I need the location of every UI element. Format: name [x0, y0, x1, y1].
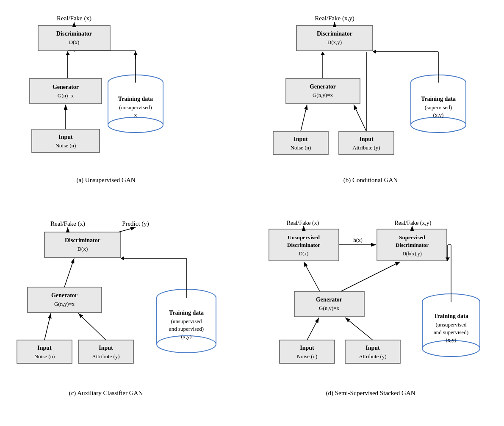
b-input-attr-title: Input	[359, 136, 374, 142]
c-output-real-label: Real/Fake (x)	[50, 220, 85, 227]
d-input-noise-box	[280, 340, 335, 363]
b-training-sub1: (supervised)	[425, 104, 452, 111]
diagram-b: Real/Fake (x,y) Discriminator D(x,y) Gen…	[256, 4, 504, 213]
c-input-noise-box	[17, 340, 72, 363]
a-output-label: Real/Fake (x)	[57, 15, 91, 22]
b-caption: (b) Conditional GAN	[343, 177, 398, 184]
d-supdisc-title1: Supervised	[399, 234, 425, 241]
c-arrow-noise-gen	[44, 313, 51, 340]
b-generator-title: Generator	[310, 83, 336, 90]
a-input-sub: Noise (n)	[55, 142, 76, 149]
b-cyl-bottom	[411, 117, 466, 133]
d-supdisc-title2: Discriminator	[396, 242, 429, 248]
b-input-attr-box	[339, 131, 394, 155]
c-arrow-gen-disc	[64, 258, 74, 287]
b-input-noise-title: Input	[294, 136, 308, 142]
c-input-attr-box	[78, 340, 133, 363]
b-output-label: Real/Fake (x,y)	[315, 15, 354, 22]
d-input-attr-sub: Attribute (y)	[359, 353, 386, 360]
d-generator-title: Generator	[316, 296, 342, 303]
d-supdisc-sub: D(h(x),y)	[402, 251, 422, 257]
a-cyl-bottom	[108, 117, 163, 133]
a-discriminator-box	[38, 25, 110, 51]
b-input-noise-sub: Noise (n)	[291, 144, 311, 151]
d-undisc-sub: D(x)	[299, 251, 309, 257]
diagram-d: Real/Fake (x) Real/Fake (x,y) Unsupervis…	[256, 213, 504, 422]
b-arrowhead-gen-disc	[321, 52, 325, 55]
c-arrow-train-disc	[121, 256, 124, 260]
b-input-attr-sub: Attribute (y)	[352, 144, 380, 151]
d-undisc-title1: Unsupervised	[288, 234, 320, 241]
b-input-noise-box	[273, 131, 328, 155]
d-input-noise-sub: Noise (n)	[297, 353, 318, 360]
main-container: Real/Fake (x) Discriminator D(x)	[0, 0, 504, 426]
d-generator-sub: G(n,y)=x	[319, 305, 340, 311]
diagram-d-svg: Real/Fake (x) Real/Fake (x,y) Unsupervis…	[256, 213, 504, 408]
a-arrow-train-disc	[133, 52, 138, 55]
b-arrow-train-disc	[373, 50, 376, 54]
d-arrow-gen-supdisc	[341, 262, 400, 291]
b-arrow-noise-gen	[301, 105, 307, 131]
b-generator-sub: G(n,y)=x	[313, 92, 333, 98]
a-generator-sub: G(n)=x	[58, 92, 74, 99]
b-arrow-attr-gen	[354, 105, 366, 131]
c-training-sub1: (unsupervised	[171, 318, 202, 324]
d-output-sup-label: Real/Fake (x,y)	[394, 220, 431, 227]
a-input-title: Input	[58, 134, 73, 140]
b-discriminator-box	[296, 25, 373, 51]
a-training-title: Training data	[118, 96, 153, 102]
c-generator-sub: G(n,y)=x	[54, 301, 75, 307]
c-generator-title: Generator	[51, 292, 78, 299]
d-training-sub3: (x,y)	[446, 337, 457, 343]
c-output-predict-label: Predict (y)	[122, 220, 149, 227]
a-caption: (a) Unsupervised GAN	[76, 177, 135, 184]
d-input-attr-title: Input	[366, 345, 380, 351]
d-training-title: Training data	[434, 313, 468, 319]
c-arrow-attr-gen	[78, 313, 106, 340]
d-hx-label: h(x)	[353, 237, 363, 243]
a-generator-title: Generator	[53, 84, 79, 90]
a-arrowhead-gen-disc	[66, 52, 70, 55]
c-generator-box	[28, 287, 102, 313]
diagram-c-svg: Real/Fake (x) Predict (y) Discriminator …	[4, 213, 256, 408]
d-undisc-title2: Discriminator	[287, 242, 320, 248]
d-training-sub1: (unsupervised	[436, 321, 467, 328]
b-discriminator-title: Discriminator	[317, 30, 352, 37]
diagram-a: Real/Fake (x) Discriminator D(x)	[4, 4, 256, 213]
d-arrow-noise-gen	[307, 318, 319, 340]
diagram-c: Real/Fake (x) Predict (y) Discriminator …	[4, 213, 256, 422]
c-discriminator-title: Discriminator	[65, 237, 100, 243]
c-training-sub3: (x,y)	[181, 333, 192, 340]
b-generator-box	[286, 78, 360, 104]
c-training-title: Training data	[169, 310, 204, 316]
a-training-sub2: x	[134, 112, 137, 118]
c-input-noise-title: Input	[37, 345, 52, 351]
a-input-box	[32, 129, 100, 152]
b-training-title: Training data	[421, 96, 456, 102]
c-arrow-predict	[119, 227, 136, 232]
d-input-noise-title: Input	[300, 345, 314, 351]
c-caption: (c) Auxiliary Classifier GAN	[69, 390, 143, 397]
c-input-attr-sub: Attribute (y)	[92, 353, 119, 360]
c-discriminator-sub: D(x)	[78, 246, 88, 252]
d-arrow-attr-gen	[345, 318, 373, 340]
d-training-sub2: and supervised)	[434, 329, 468, 335]
c-discriminator-box	[44, 232, 121, 257]
c-input-noise-sub: Noise (n)	[34, 353, 55, 360]
d-output-real-label: Real/Fake (x)	[287, 220, 319, 227]
b-discriminator-sub: D(x,y)	[327, 39, 342, 45]
d-generator-box	[294, 291, 364, 317]
d-arrow-gen-undisc	[304, 262, 320, 291]
d-input-attr-box	[345, 340, 400, 363]
a-generator-box	[30, 78, 102, 104]
a-discriminator-sub: D(x)	[69, 39, 80, 45]
b-training-sub2: (x,y)	[433, 112, 444, 118]
a-discriminator-title: Discriminator	[56, 30, 92, 37]
diagram-b-svg: Real/Fake (x,y) Discriminator D(x,y) Gen…	[256, 4, 504, 199]
d-caption: (d) Semi-Supervised Stacked GAN	[326, 390, 415, 397]
diagram-a-svg: Real/Fake (x) Discriminator D(x)	[4, 4, 256, 199]
c-training-sub2: and supervised)	[169, 326, 204, 332]
c-input-attr-title: Input	[99, 345, 113, 351]
a-training-sub1: (unsupervised)	[119, 104, 152, 111]
